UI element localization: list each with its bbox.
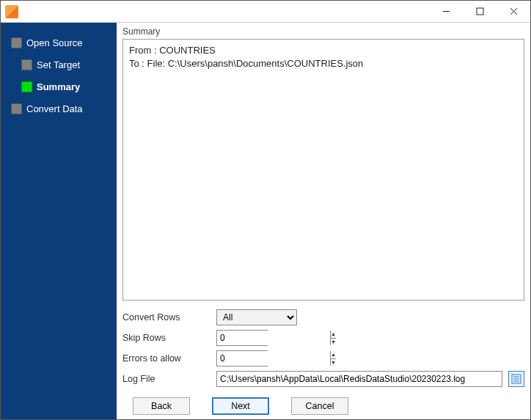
next-button[interactable]: Next <box>212 397 269 415</box>
sidebar-item-summary[interactable]: Summary <box>1 75 117 97</box>
cancel-button[interactable]: Cancel <box>291 397 348 415</box>
log-file-label: Log File <box>122 374 210 384</box>
titlebar <box>1 1 530 23</box>
sidebar-item-convert-data[interactable]: Convert Data <box>1 97 117 119</box>
step-box-icon <box>11 103 22 114</box>
skip-rows-input[interactable] <box>217 331 330 345</box>
skip-rows-label: Skip Rows <box>122 333 210 343</box>
sidebar-item-open-source[interactable]: Open Source <box>1 32 117 54</box>
log-file-input[interactable] <box>216 371 502 387</box>
summary-textarea[interactable]: From : COUNTRIES To : File: C:\Users\pan… <box>122 39 524 301</box>
sidebar-item-label: Set Target <box>37 59 80 70</box>
main-panel: Summary From : COUNTRIES To : File: C:\U… <box>117 23 530 420</box>
spinner-up-icon[interactable]: ▲ <box>331 351 336 359</box>
wizard-button-row: Back Next Cancel <box>122 397 524 415</box>
errors-input[interactable] <box>217 351 330 366</box>
browse-log-button[interactable] <box>508 371 524 387</box>
spinner-up-icon[interactable]: ▲ <box>331 331 336 339</box>
step-box-icon <box>21 59 32 70</box>
sidebar-item-label: Convert Data <box>26 103 83 114</box>
step-box-icon <box>11 37 22 48</box>
sidebar-item-set-target[interactable]: Set Target <box>1 54 117 75</box>
step-box-icon <box>21 81 32 92</box>
wizard-sidebar: Open Source Set Target Summary Convert D… <box>1 23 117 420</box>
sidebar-item-label: Summary <box>37 81 80 92</box>
spinner-down-icon[interactable]: ▼ <box>331 339 336 346</box>
spinner-down-icon[interactable]: ▼ <box>331 359 336 366</box>
skip-rows-spinner[interactable]: ▲ ▼ <box>216 330 268 346</box>
summary-from-line: From : COUNTRIES <box>129 44 518 57</box>
convert-rows-label: Convert Rows <box>122 312 210 323</box>
errors-label: Errors to allow <box>122 353 210 364</box>
svg-rect-1 <box>477 8 483 15</box>
options-form: Convert Rows All Skip Rows ▲ ▼ Errors to <box>122 309 524 387</box>
errors-spinner[interactable]: ▲ ▼ <box>216 350 268 366</box>
app-icon <box>5 5 18 18</box>
close-button[interactable] <box>497 1 530 23</box>
sidebar-item-label: Open Source <box>26 37 83 48</box>
maximize-button[interactable] <box>463 1 497 23</box>
panel-title: Summary <box>122 26 524 37</box>
back-button[interactable]: Back <box>133 397 190 415</box>
summary-to-line: To : File: C:\Users\pansh\Documents\COUN… <box>129 57 518 70</box>
minimize-button[interactable] <box>429 1 463 23</box>
convert-rows-select[interactable]: All <box>216 309 297 325</box>
